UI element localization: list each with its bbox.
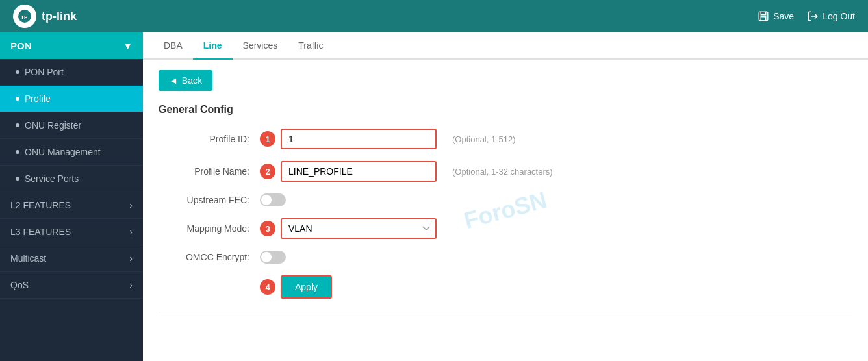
dot-icon (16, 123, 19, 127)
step-badge-1: 1 (260, 131, 275, 147)
dot-icon (16, 150, 19, 154)
header-actions: Save Log Out (758, 10, 855, 22)
chevron-right-icon: › (129, 280, 133, 290)
form-row-omcc-encrypt: OMCC Encrypt: (159, 251, 852, 264)
sidebar-group-multicast[interactable]: Multicast › (0, 245, 143, 272)
upstream-fec-label: Upstream FEC: (159, 195, 249, 205)
tabs: DBA Line Services Traffic (143, 32, 868, 60)
upstream-fec-toggle[interactable] (260, 193, 286, 206)
sidebar-item-onu-register[interactable]: ONU Register (0, 112, 143, 139)
profile-id-label: Profile ID: (159, 134, 249, 144)
tab-services[interactable]: Services (233, 32, 288, 60)
sidebar-group-l2-features[interactable]: L2 FEATURES › (0, 192, 143, 219)
profile-id-input[interactable] (281, 129, 437, 149)
mapping-mode-step-container: 3 VLAN GEM Port TCI (260, 218, 437, 239)
dot-icon (16, 70, 19, 74)
divider (159, 312, 852, 312)
profile-id-hint: (Optional, 1-512) (452, 134, 516, 144)
mapping-mode-select[interactable]: VLAN GEM Port TCI (281, 218, 437, 239)
sidebar-item-pon-port[interactable]: PON Port (0, 59, 143, 86)
apply-row: 4 Apply (260, 275, 852, 299)
sidebar-section-pon[interactable]: PON ▼ (0, 32, 143, 59)
omcc-encrypt-toggle[interactable] (260, 251, 286, 264)
svg-text:TP: TP (21, 14, 28, 20)
omcc-encrypt-label: OMCC Encrypt: (159, 252, 249, 262)
sidebar-group-l3-features[interactable]: L3 FEATURES › (0, 219, 143, 245)
back-button[interactable]: ◄ Back (159, 70, 212, 91)
step-badge-2: 2 (260, 164, 275, 179)
dot-icon (16, 97, 19, 101)
header: TP tp-link Save Log Out (0, 0, 868, 32)
form-row-profile-id: Profile ID: 1 (Optional, 1-512) (159, 129, 852, 149)
form-row-upstream-fec: Upstream FEC: (159, 193, 852, 206)
chevron-down-icon: ▼ (123, 40, 133, 51)
apply-button[interactable]: Apply (281, 275, 332, 299)
section-title: General Config (159, 104, 852, 116)
logo: TP tp-link (13, 5, 77, 28)
tab-traffic[interactable]: Traffic (288, 32, 333, 60)
tab-line[interactable]: Line (193, 32, 233, 60)
logo-icon: TP (13, 5, 36, 28)
mapping-mode-label: Mapping Mode: (159, 223, 249, 234)
profile-name-hint: (Optional, 1-32 characters) (452, 167, 553, 177)
step-badge-4: 4 (260, 279, 275, 295)
logo-text: tp-link (42, 10, 77, 23)
step-badge-3: 3 (260, 221, 275, 236)
logout-button[interactable]: Log Out (807, 10, 855, 22)
sidebar-item-service-ports[interactable]: Service Ports (0, 166, 143, 192)
form-row-mapping-mode: Mapping Mode: 3 VLAN GEM Port TCI (159, 218, 852, 239)
dot-icon (16, 177, 19, 180)
sidebar: PON ▼ PON Port Profile ONU Register ONU … (0, 32, 143, 361)
main-layout: PON ▼ PON Port Profile ONU Register ONU … (0, 32, 868, 361)
profile-name-label: Profile Name: (159, 166, 249, 177)
form-row-profile-name: Profile Name: 2 (Optional, 1-32 characte… (159, 161, 852, 182)
tab-dba[interactable]: DBA (153, 32, 193, 60)
content-body: ForoSN ◄ Back General Config Profile ID:… (143, 60, 868, 361)
sidebar-group-qos[interactable]: QoS › (0, 272, 143, 299)
back-icon: ◄ (169, 75, 178, 86)
chevron-right-icon: › (129, 253, 133, 264)
profile-name-input[interactable] (281, 161, 437, 182)
sidebar-item-onu-management[interactable]: ONU Management (0, 139, 143, 166)
chevron-right-icon: › (129, 200, 133, 210)
chevron-right-icon: › (129, 227, 133, 237)
profile-name-step-container: 2 (260, 161, 437, 182)
content: DBA Line Services Traffic ForoSN ◄ Back … (143, 32, 868, 361)
sidebar-item-profile[interactable]: Profile (0, 86, 143, 112)
profile-id-step-container: 1 (260, 129, 437, 149)
save-button[interactable]: Save (758, 10, 794, 22)
